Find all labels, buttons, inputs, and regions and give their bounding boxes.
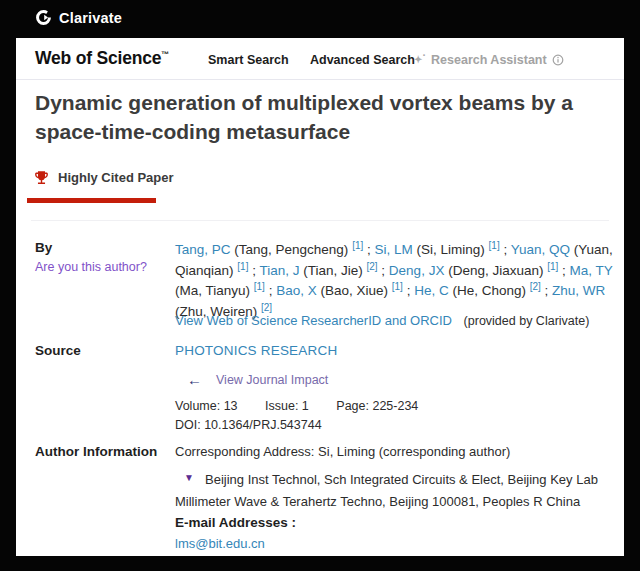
volume-issue-page-row: Volume: 13 Issue: 1 Page: 225-234	[175, 399, 442, 413]
author-separator: ;	[558, 263, 569, 278]
sparkle-icon: ✦	[414, 53, 426, 65]
view-journal-impact-link[interactable]: View Journal Impact	[216, 373, 328, 387]
back-arrow-icon[interactable]: ←	[187, 371, 202, 388]
author-list: Tang, PC (Tang, Pengcheng) [1] ; Si, LM …	[175, 240, 619, 322]
issue-value: Issue: 1	[265, 399, 309, 413]
clarivate-logo[interactable]: Clarivate	[35, 9, 122, 26]
author-link[interactable]: Ma, TY	[570, 263, 613, 278]
author-separator: ;	[363, 242, 374, 257]
journal-impact-row: ← View Journal Impact	[187, 371, 328, 388]
email-addresses-label: E-mail Addresses :	[175, 515, 296, 530]
affiliation-superscript[interactable]: [1]	[489, 240, 500, 251]
author-link[interactable]: Yuan, QQ	[511, 242, 570, 257]
author-link[interactable]: Si, LM	[375, 242, 413, 257]
clarivate-topbar: Clarivate	[0, 0, 640, 38]
trademark-symbol: ™	[161, 50, 169, 59]
source-label: Source	[35, 343, 81, 358]
author-link[interactable]: Bao, X	[276, 283, 317, 298]
doi-row: DOI: 10.1364/PRJ.543744	[175, 418, 322, 432]
red-underline-bar	[27, 198, 156, 203]
author-full-name: (He, Chong)	[449, 283, 530, 298]
author-link[interactable]: Tang, PC	[175, 242, 231, 257]
journal-link[interactable]: PHOTONICS RESEARCH	[175, 343, 337, 358]
author-full-name: (Si, Liming)	[413, 242, 489, 257]
affiliation-superscript[interactable]: [1]	[352, 240, 363, 251]
author-separator: ;	[378, 263, 389, 278]
author-link[interactable]: He, C	[414, 283, 449, 298]
researcher-id-row: View Web of Science ResearcherID and ORC…	[175, 313, 589, 328]
author-separator: ;	[265, 283, 276, 298]
affiliation-superscript[interactable]: [2]	[530, 281, 541, 292]
are-you-this-author-link[interactable]: Are you this author?	[35, 260, 147, 274]
nav-research-assistant[interactable]: ✦ Research Assistant	[414, 53, 564, 67]
nav-advanced-search[interactable]: Advanced Search	[310, 53, 415, 67]
author-full-name: (Deng, Jiaxuan)	[444, 263, 547, 278]
highly-cited-badge: Highly Cited Paper	[33, 169, 174, 186]
affiliation-superscript[interactable]: [1]	[237, 261, 248, 272]
record-panel: Web of Science™ Smart Search Advanced Se…	[16, 38, 624, 556]
affiliation-superscript[interactable]: [2]	[261, 302, 272, 313]
wos-header: Web of Science™ Smart Search Advanced Se…	[16, 38, 624, 80]
author-separator: ;	[248, 263, 259, 278]
affiliation-superscript[interactable]: [1]	[392, 281, 403, 292]
author-separator: ;	[500, 242, 511, 257]
researcher-id-link[interactable]: View Web of Science ResearcherID and ORC…	[175, 313, 452, 328]
web-of-science-logo[interactable]: Web of Science™	[35, 48, 169, 69]
author-separator: ;	[403, 283, 414, 298]
affiliation-superscript[interactable]: [2]	[366, 261, 377, 272]
trophy-icon	[33, 169, 50, 186]
nav-research-assistant-label: Research Assistant	[431, 53, 547, 67]
affiliation-superscript[interactable]: [1]	[254, 281, 265, 292]
author-full-name: (Ma, Tianyu)	[175, 283, 254, 298]
corresponding-address: Corresponding Address: Si, Liming (corre…	[175, 444, 510, 459]
wos-logo-text: Web of Science	[35, 48, 161, 68]
author-full-name: (Tian, Jie)	[299, 263, 366, 278]
author-separator: ;	[541, 283, 552, 298]
author-link[interactable]: Tian, J	[259, 263, 299, 278]
author-information-label: Author Information	[35, 444, 157, 459]
author-link[interactable]: Deng, JX	[389, 263, 445, 278]
email-link[interactable]: lms@bit.edu.cn	[175, 536, 265, 551]
clarivate-brand-name: Clarivate	[59, 10, 122, 26]
info-icon	[552, 54, 564, 66]
author-full-name: (Bao, Xiue)	[317, 283, 392, 298]
author-link[interactable]: Zhu, WR	[552, 283, 605, 298]
volume-value: Volume: 13	[175, 399, 238, 413]
page-value: Page: 225-234	[336, 399, 418, 413]
affiliation-superscript[interactable]: [1]	[547, 261, 558, 272]
affiliation-address: Beijing Inst Technol, Sch Integrated Cir…	[175, 469, 631, 512]
section-divider	[31, 220, 609, 221]
by-label: By	[35, 240, 52, 255]
provided-by-note: (provided by Clarivate)	[464, 314, 590, 328]
clarivate-icon	[35, 9, 52, 26]
article-title: Dynamic generation of multiplexed vortex…	[35, 88, 625, 146]
highly-cited-label: Highly Cited Paper	[58, 170, 174, 185]
nav-smart-search[interactable]: Smart Search	[208, 53, 289, 67]
author-full-name: (Tang, Pengcheng)	[231, 242, 353, 257]
